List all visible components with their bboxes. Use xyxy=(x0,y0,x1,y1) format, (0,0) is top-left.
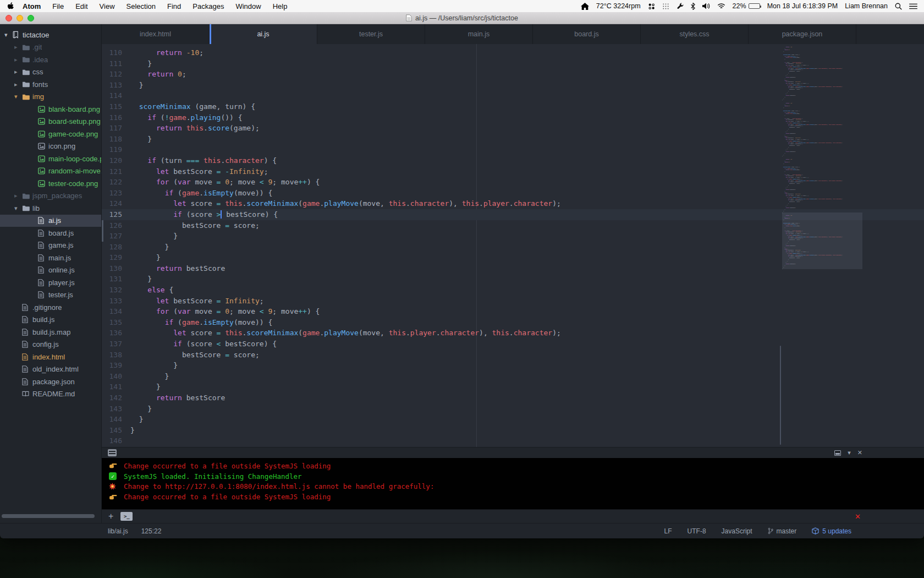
tab-index.html[interactable]: index.html xyxy=(102,24,210,44)
tree-item-tester-code.png[interactable]: tester-code.png xyxy=(0,177,101,190)
tree-item-board.js[interactable]: board.js xyxy=(0,227,101,239)
menu-selection[interactable]: Selection xyxy=(127,2,156,10)
tree-item-css[interactable]: ▸css xyxy=(0,66,101,79)
chevron-right-icon[interactable]: ▸ xyxy=(14,81,22,88)
menu-packages[interactable]: Packages xyxy=(193,2,224,10)
tree-item-build.js.map[interactable]: build.js.map xyxy=(0,326,101,339)
menubar-user[interactable]: Liam Brennan xyxy=(845,2,888,10)
console-icon[interactable] xyxy=(108,449,117,456)
tree-item-board-setup.png[interactable]: board-setup.png xyxy=(0,116,101,128)
bluetooth-icon[interactable] xyxy=(691,3,695,10)
menubar-clock[interactable]: Mon 18 Jul 6:18:39 PM xyxy=(767,2,838,10)
encoding-indicator[interactable]: UTF-8 xyxy=(688,527,706,535)
volume-icon[interactable] xyxy=(702,3,710,9)
tree-item-blank-board.png[interactable]: blank-board.png xyxy=(0,103,101,116)
cursor-position[interactable]: 125:22 xyxy=(141,527,162,535)
chevron-right-icon[interactable]: ▸ xyxy=(14,56,22,63)
code-line-132[interactable]: 132 else { xyxy=(102,285,924,296)
tree-item-lib[interactable]: ▾lib xyxy=(0,202,101,215)
minimap-visible-region[interactable] xyxy=(782,212,862,269)
code-line-134[interactable]: 134 for (var move = 0; move < 9; move++)… xyxy=(102,306,924,317)
menu-window[interactable]: Window xyxy=(235,2,261,10)
code-line-146[interactable]: 146 xyxy=(102,435,924,446)
chevron-right-icon[interactable]: ▸ xyxy=(14,43,22,51)
tab-board.js[interactable]: board.js xyxy=(533,24,641,44)
tree-item-build.js[interactable]: build.js xyxy=(0,314,101,326)
code-line-138[interactable]: 138 bestScore = score; xyxy=(102,350,924,361)
tree-item-.git[interactable]: ▸.git xyxy=(0,41,101,54)
menu-file[interactable]: File xyxy=(52,2,64,10)
tree-item-.gitignore[interactable]: .gitignore xyxy=(0,301,101,314)
menu-edit[interactable]: Edit xyxy=(75,2,87,10)
tree-item-game.js[interactable]: game.js xyxy=(0,239,101,252)
code-line-133[interactable]: 133 let bestScore = Infinity; xyxy=(102,296,924,307)
temp-fan-readout[interactable]: 72°C 3224rpm xyxy=(596,2,641,10)
chevron-right-icon[interactable]: ▸ xyxy=(14,68,22,75)
spotlight-search-icon[interactable] xyxy=(895,3,902,10)
dot-grid-icon[interactable] xyxy=(662,3,669,10)
title-bar[interactable]: ai.js — /Users/liam/src/js/tictactoe xyxy=(0,12,924,24)
tree-item-index.html[interactable]: index.html xyxy=(0,351,101,363)
tree-item-config.js[interactable]: config.js xyxy=(0,339,101,351)
tree-item-online.js[interactable]: online.js xyxy=(0,264,101,277)
tree-item-jspm_packages[interactable]: ▸jspm_packages xyxy=(0,190,101,203)
current-file-path[interactable]: lib/ai.js xyxy=(108,527,128,535)
console-expand-icon[interactable] xyxy=(834,450,841,456)
editor-vertical-scrollbar[interactable] xyxy=(780,346,781,445)
apple-menu-icon[interactable] xyxy=(7,2,15,10)
menu-find[interactable]: Find xyxy=(167,2,181,10)
menu-help[interactable]: Help xyxy=(273,2,288,10)
tree-item-tester.js[interactable]: tester.js xyxy=(0,289,101,302)
grammar-indicator[interactable]: JavaScript xyxy=(722,527,752,535)
chevron-down-icon[interactable]: ▾ xyxy=(14,205,22,212)
tree-item-icon.png[interactable]: icon.png xyxy=(0,140,101,153)
terminal-tab-icon[interactable]: >_ xyxy=(120,512,133,521)
tree-item-main.js[interactable]: main.js xyxy=(0,252,101,264)
code-line-135[interactable]: 135 if (game.isEmpty(move)) { xyxy=(102,317,924,328)
code-line-136[interactable]: 136 let score = this.scoreMinimax(game.p… xyxy=(102,328,924,339)
wifi-icon[interactable] xyxy=(717,3,725,9)
add-terminal-button[interactable]: + xyxy=(108,512,113,521)
notification-center-icon[interactable] xyxy=(909,3,917,9)
code-line-139[interactable]: 139 } xyxy=(102,360,924,371)
line-ending-indicator[interactable]: LF xyxy=(664,527,672,535)
panel-close-icon[interactable]: ✕ xyxy=(855,512,861,521)
tab-main.js[interactable]: main.js xyxy=(425,24,533,44)
code-line-143[interactable]: 143 } xyxy=(102,403,924,415)
menu-view[interactable]: View xyxy=(100,2,115,10)
tree-item-random-ai-move.png[interactable]: random-ai-move.png xyxy=(0,165,101,178)
code-line-140[interactable]: 140 } xyxy=(102,371,924,382)
console-close-icon[interactable]: ✕ xyxy=(857,449,862,456)
git-branch-indicator[interactable]: master xyxy=(768,527,797,535)
home-icon[interactable] xyxy=(581,3,589,10)
tree-horizontal-scrollbar[interactable] xyxy=(2,514,95,518)
tree-item-game-code.png[interactable]: game-code.png xyxy=(0,128,101,140)
wrench-icon[interactable] xyxy=(676,3,684,10)
tree-item-old_index.html[interactable]: old_index.html xyxy=(0,363,101,376)
tab-ai.js[interactable]: ai.js xyxy=(210,24,317,44)
code-line-142[interactable]: 142 return bestScore xyxy=(102,392,924,403)
tab-tester.js[interactable]: tester.js xyxy=(317,24,425,44)
code-line-145[interactable]: 145} xyxy=(102,425,924,436)
chevron-right-icon[interactable]: ▸ xyxy=(14,192,22,199)
tab-styles.css[interactable]: styles.css xyxy=(641,24,749,44)
text-editor[interactable]: 110 return -10;111 }112 return 0;113 }11… xyxy=(102,44,924,447)
tree-item-README.md[interactable]: README.md xyxy=(0,388,101,401)
tree-item-fonts[interactable]: ▸fonts xyxy=(0,78,101,91)
battery-indicator[interactable]: 22% xyxy=(733,2,760,10)
code-line-131[interactable]: 131 } xyxy=(102,274,924,285)
tab-package.json[interactable]: package.json xyxy=(749,24,856,44)
tree-item-tictactoe[interactable]: ▾tictactoe xyxy=(0,29,101,41)
code-line-141[interactable]: 141 } xyxy=(102,381,924,392)
code-line-137[interactable]: 137 if (score < bestScore) { xyxy=(102,339,924,350)
chevron-down-icon[interactable]: ▾ xyxy=(14,93,22,100)
tree-item-.idea[interactable]: ▸.idea xyxy=(0,53,101,66)
menu-atom[interactable]: Atom xyxy=(23,2,41,10)
tree-item-player.js[interactable]: player.js xyxy=(0,276,101,289)
tree-item-ai.js[interactable]: ai.js xyxy=(0,215,101,227)
dots-monitor-icon[interactable] xyxy=(648,3,655,10)
minimap[interactable]: return -10; } return 0; } scoreMinimax (… xyxy=(782,46,862,274)
console-collapse-chevron-icon[interactable]: ▾ xyxy=(848,449,851,456)
code-line-144[interactable]: 144 } xyxy=(102,414,924,425)
tree-item-img[interactable]: ▾img xyxy=(0,91,101,103)
